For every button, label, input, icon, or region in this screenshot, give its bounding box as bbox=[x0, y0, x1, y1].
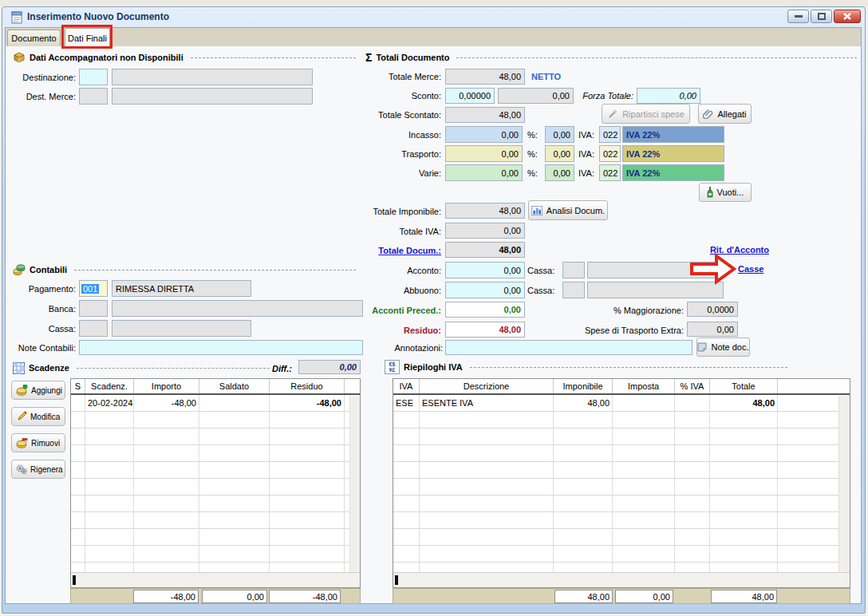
total-saldato: 0,00 bbox=[202, 590, 267, 603]
acconto-cassa-code-field[interactable] bbox=[562, 262, 585, 278]
window-title: Inserimento Nuovo Documento bbox=[27, 11, 169, 22]
abbuono-cassa-code-field[interactable] bbox=[562, 282, 585, 298]
minimize-button[interactable] bbox=[787, 10, 809, 23]
table-row-empty[interactable] bbox=[393, 546, 850, 563]
red-arrow-annotation bbox=[689, 253, 737, 285]
table-row-empty[interactable] bbox=[71, 412, 360, 428]
table-row[interactable]: ESE ESENTE IVA 48,00 48,00 bbox=[393, 395, 850, 412]
button-label: Modifica bbox=[30, 413, 60, 421]
trasporto-iva-desc-field: IVA 22% bbox=[622, 145, 724, 162]
scrollbar-thumb[interactable] bbox=[73, 575, 76, 585]
pagamento-code-field[interactable]: 001 bbox=[79, 280, 108, 297]
cassa-desc-field[interactable] bbox=[112, 320, 251, 337]
cell-totale: 48,00 bbox=[710, 395, 778, 411]
table-row-empty[interactable] bbox=[393, 428, 850, 445]
banca-code-field[interactable] bbox=[79, 300, 108, 317]
cell-importo: -48,00 bbox=[134, 395, 199, 411]
cell-empty bbox=[393, 412, 420, 428]
table-row-empty[interactable] bbox=[71, 462, 360, 479]
trasporto-pct-field[interactable]: 0,00 bbox=[545, 145, 574, 162]
analisi-docum-button[interactable]: Analisi Docum. bbox=[528, 200, 608, 220]
divider bbox=[470, 367, 787, 368]
tab-documento[interactable]: Documento bbox=[7, 30, 61, 46]
trasporto-label: Trasporto: bbox=[303, 148, 441, 160]
incasso-pct-field[interactable]: 0,00 bbox=[545, 126, 574, 143]
cassa-code-field[interactable] bbox=[79, 320, 108, 337]
scrollbar-thumb[interactable] bbox=[395, 575, 398, 585]
cell-empty bbox=[554, 479, 613, 495]
table-row-empty[interactable] bbox=[71, 496, 360, 512]
rigenera-button[interactable]: Rigenera bbox=[11, 460, 65, 479]
vuoti-button[interactable]: Vuoti... bbox=[699, 183, 752, 202]
ripartisci-spese-button[interactable]: Ripartisci spese bbox=[602, 104, 690, 124]
trasporto-field[interactable]: 0,00 bbox=[445, 145, 523, 162]
destinazione-code-field[interactable] bbox=[79, 69, 108, 85]
note-contabili-field[interactable] bbox=[79, 340, 363, 355]
totale-imponibile-label: Totale Imponibile: bbox=[303, 206, 441, 217]
vertical-scrollbar[interactable] bbox=[838, 396, 850, 573]
table-row-empty[interactable] bbox=[393, 496, 850, 512]
table-row-empty[interactable] bbox=[393, 512, 850, 529]
cell-empty bbox=[85, 512, 134, 528]
cell-empty bbox=[420, 479, 554, 495]
destinazione-desc-field[interactable] bbox=[112, 69, 313, 85]
bottle-icon bbox=[707, 187, 713, 198]
varie-pct-field[interactable]: 0,00 bbox=[545, 164, 574, 181]
horizontal-scrollbar[interactable] bbox=[393, 572, 850, 587]
note-doc-button[interactable]: Note doc. bbox=[696, 338, 750, 357]
allegati-button[interactable]: Allegati bbox=[698, 104, 752, 124]
acconto-field[interactable]: 0,00 bbox=[445, 262, 525, 278]
modifica-button[interactable]: Modifica bbox=[11, 407, 65, 426]
casse-link[interactable]: Casse bbox=[738, 264, 763, 274]
varie-field[interactable]: 0,00 bbox=[445, 164, 523, 181]
cell-empty bbox=[420, 445, 554, 461]
cell-empty bbox=[85, 479, 134, 495]
aggiungi-button[interactable]: Aggiungi bbox=[11, 381, 65, 400]
varie-pct-label: %: bbox=[527, 168, 538, 179]
table-row-empty[interactable] bbox=[71, 445, 360, 462]
rimuovi-button[interactable]: Rimuovi bbox=[11, 433, 65, 452]
annotazioni-field[interactable] bbox=[445, 340, 692, 355]
table-row-empty[interactable] bbox=[71, 546, 360, 563]
close-button[interactable] bbox=[834, 10, 861, 23]
pagamento-desc-field[interactable]: RIMESSA DIRETTA bbox=[112, 280, 251, 297]
note-contabili-label: Note Contabili: bbox=[2, 342, 76, 353]
sconto-pct-field[interactable]: 0,00000 bbox=[445, 88, 495, 104]
table-row-empty[interactable] bbox=[393, 529, 850, 546]
table-row-empty[interactable] bbox=[71, 479, 360, 496]
vertical-scrollbar[interactable] bbox=[349, 396, 360, 573]
cell-empty bbox=[710, 462, 778, 478]
table-row-empty[interactable] bbox=[71, 512, 360, 529]
cell-imposta bbox=[613, 395, 675, 411]
forza-totale-label: Forza Totale: bbox=[560, 90, 633, 101]
dest-merce-label: Dest. Merce: bbox=[5, 91, 76, 102]
varie-iva-code-field[interactable]: 022 bbox=[599, 164, 621, 181]
currency-icon: €$ ¥£ bbox=[385, 360, 400, 374]
table-row-empty[interactable] bbox=[393, 445, 850, 462]
trasporto-iva-code-field[interactable]: 022 bbox=[599, 145, 621, 162]
cell-empty bbox=[554, 412, 613, 428]
table-row-empty[interactable] bbox=[71, 529, 360, 546]
trasporto-iva-label: IVA: bbox=[578, 148, 594, 160]
abbuono-field[interactable]: 0,00 bbox=[445, 282, 525, 298]
table-row[interactable]: 20-02-2024 -48,00 -48,00 bbox=[71, 395, 360, 412]
table-row-empty[interactable] bbox=[393, 412, 850, 428]
pencil-icon bbox=[16, 411, 27, 422]
maximize-button[interactable] bbox=[811, 10, 832, 23]
banca-desc-field[interactable] bbox=[112, 300, 363, 317]
horizontal-scrollbar[interactable] bbox=[71, 572, 360, 587]
table-row-empty[interactable] bbox=[393, 479, 850, 496]
incasso-iva-code-field[interactable]: 022 bbox=[599, 126, 621, 143]
dest-merce-desc-field[interactable] bbox=[112, 88, 313, 105]
forza-totale-field[interactable]: 0,00 bbox=[637, 88, 700, 104]
cell-empty bbox=[270, 512, 345, 528]
table-row-empty[interactable] bbox=[393, 462, 850, 479]
pagamento-label: Pagamento: bbox=[5, 283, 76, 294]
dest-merce-code-field[interactable] bbox=[79, 88, 108, 105]
table-row-empty[interactable] bbox=[71, 428, 360, 445]
incasso-field[interactable]: 0,00 bbox=[445, 126, 523, 143]
banca-label: Banca: bbox=[5, 303, 76, 314]
trasporto-pct-label: %: bbox=[527, 148, 538, 160]
cell-empty bbox=[613, 412, 675, 428]
cell-empty bbox=[420, 546, 554, 562]
